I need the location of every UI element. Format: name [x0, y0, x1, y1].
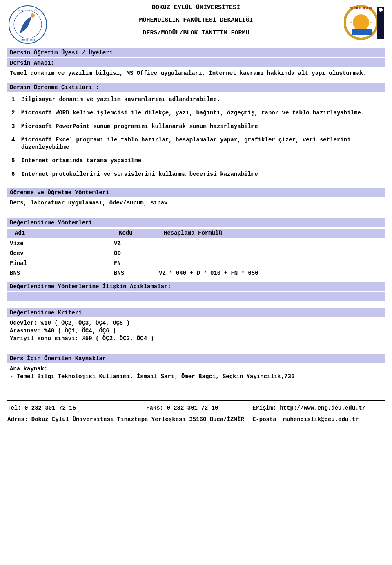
- criteria-text: Ödevler: %10 ( ÖÇ2, ÖÇ3, ÖÇ4, ÖÇ5 ) Aras…: [7, 318, 385, 348]
- spacer: [7, 213, 385, 218]
- outcomes-list: 1 Bilgisayar donanım ve yazılım kavramla…: [7, 93, 385, 188]
- header-title-3: DERS/MODÜL/BLOK TANITIM FORMU: [48, 29, 344, 36]
- header-row: DOKUZ EYLÜL İZMİR · 1982 DOKUZ EYLÜL ÜNİ…: [0, 0, 392, 45]
- deu-logo-icon: DOKUZ EYLÜL İZMİR · 1982: [7, 4, 48, 45]
- svg-point-2: [31, 13, 35, 18]
- eval-name: Vize: [10, 240, 114, 247]
- eval-row: Ödev OD: [10, 250, 382, 257]
- outcome-text: Internet ortamında tarama yapabilme: [21, 157, 382, 165]
- eval-formula: [159, 260, 382, 267]
- criteria-line: Arasınav: %40 ( ÖÇ1, ÖÇ4, ÖÇ6 ): [10, 327, 382, 335]
- svg-text:MÜHENDİSLİK: MÜHENDİSLİK: [350, 6, 372, 10]
- eval-code: BNS: [114, 270, 159, 276]
- outcome-row: 2 Microsoft WORD kelime işlemcisi ile di…: [10, 109, 382, 117]
- header-titles: DOKUZ EYLÜL ÜNİVERSİTESİ MÜHENDİSLİK FAK…: [48, 4, 344, 42]
- eval-notes-bar: Değerlendirme Yöntemlerine İlişkin Açıkl…: [7, 282, 385, 291]
- outcome-num: 3: [10, 123, 21, 130]
- eval-name: Ödev: [10, 250, 114, 257]
- resources-line: - Temel Bilgi Teknolojisi Kullanımı, İsm…: [10, 373, 382, 381]
- header-title-1: DOKUZ EYLÜL ÜNİVERSİTESİ: [48, 4, 344, 11]
- outcome-row: 6 Internet protokollerini ve servislerin…: [10, 170, 382, 178]
- svg-point-9: [379, 8, 383, 12]
- eval-formula: [159, 250, 382, 257]
- eval-header-name: Adı: [15, 230, 119, 236]
- outcome-row: 3 Microsoft PowerPoint sunum programını …: [10, 123, 382, 130]
- eval-code: VZ: [114, 240, 159, 247]
- spacer: [7, 348, 385, 354]
- criteria-line: Ödevler: %10 ( ÖÇ2, ÖÇ3, ÖÇ4, ÖÇ5 ): [10, 319, 382, 327]
- outcome-num: 6: [10, 170, 21, 178]
- footer-email: E-posta: muhendislik@deu.edu.tr: [252, 416, 385, 423]
- svg-text:DOKUZ EYLÜL: DOKUZ EYLÜL: [17, 9, 38, 12]
- header-title-2: MÜHENDİSLİK FAKÜLTESİ DEKANLIĞI: [48, 17, 344, 24]
- footer-web: Erişim: http://www.eng.deu.edu.tr: [252, 405, 385, 411]
- eval-header-code: Kodu: [119, 230, 164, 236]
- spacer: [7, 303, 385, 308]
- footer-row-1: Tel: 0 232 301 72 15 Faks: 0 232 301 72 …: [7, 405, 385, 411]
- instructor-bar: Dersin Öğretim Üyesi / Üyeleri: [7, 48, 385, 57]
- criteria-line: Yarıyıl sonu sınavı: %50 ( ÖÇ2, ÖÇ3, ÖÇ4…: [10, 335, 382, 343]
- footer-tel: Tel: 0 232 301 72 15: [7, 405, 146, 411]
- footer-address: Adres: Dokuz Eylül Üniversitesi Tınaztep…: [7, 416, 252, 423]
- eval-row: Final FN: [10, 260, 382, 267]
- aim-bar: Dersin Amacı:: [7, 58, 385, 67]
- faculty-logo-icon: MÜHENDİSLİK: [344, 4, 385, 45]
- eval-code: FN: [114, 260, 159, 267]
- outcomes-bar: Dersin Öğrenme Çıktıları :: [7, 83, 385, 92]
- footer-row-2: Adres: Dokuz Eylül Üniversitesi Tınaztep…: [7, 416, 385, 423]
- faculty-logo: MÜHENDİSLİK: [344, 4, 385, 45]
- deu-logo: DOKUZ EYLÜL İZMİR · 1982: [7, 4, 48, 45]
- eval-name: BNS: [10, 270, 114, 276]
- outcome-num: 1: [10, 96, 21, 103]
- eval-table: Vize VZ Ödev OD Final FN BNS BNS VZ * 04…: [7, 239, 385, 282]
- svg-point-6: [353, 14, 369, 31]
- svg-rect-7: [352, 29, 372, 35]
- outcome-text: Microsoft Excel programı ile tablo hazır…: [21, 136, 382, 152]
- eval-header-row: Adı Kodu Hesaplama Formülü: [7, 229, 385, 238]
- eval-bar: Değerlendirme Yöntemleri:: [7, 218, 385, 227]
- eval-formula: [159, 240, 382, 247]
- eval-row: BNS BNS VZ * 040 + D * 010 + FN * 050: [10, 270, 382, 276]
- resources-title: Ana kaynak:: [10, 365, 382, 373]
- outcome-num: 5: [10, 157, 21, 165]
- methods-bar: Öğrenme ve Öğretme Yöntemleri:: [7, 188, 385, 197]
- outcome-row: 5 Internet ortamında tarama yapabilme: [10, 157, 382, 165]
- outcome-text: Microsoft PowerPoint sunum programını ku…: [21, 123, 382, 130]
- criteria-bar: Değerlendirme Kriteri: [7, 308, 385, 317]
- outcome-row: 4 Microsoft Excel programı ile tablo haz…: [10, 136, 382, 152]
- footer: Tel: 0 232 301 72 15 Faks: 0 232 301 72 …: [7, 400, 385, 430]
- svg-text:İZMİR · 1982: İZMİR · 1982: [20, 39, 35, 41]
- eval-code: OD: [114, 250, 159, 257]
- content: Dersin Öğretim Üyesi / Üyeleri Dersin Am…: [0, 45, 392, 386]
- aim-text: Temel donanım ve yazılım bilgisi, MS Off…: [7, 69, 385, 83]
- outcome-num: 4: [10, 136, 21, 152]
- methods-text: Ders, laboratuar uygulaması, ödev/sunum,…: [7, 198, 385, 213]
- eval-row: Vize VZ: [10, 240, 382, 247]
- resources-bar: Ders İçin Önerilen Kaynaklar: [7, 354, 385, 363]
- outcome-text: Internet protokollerini ve servislerini …: [21, 170, 382, 178]
- eval-formula: VZ * 040 + D * 010 + FN * 050: [159, 270, 382, 276]
- eval-name: Final: [10, 260, 114, 267]
- outcome-text: Bilgisayar donanım ve yazılım kavramları…: [21, 96, 382, 103]
- resources-text: Ana kaynak: - Temel Bilgi Teknolojisi Ku…: [7, 364, 385, 386]
- outcome-num: 2: [10, 109, 21, 117]
- footer-fax: Faks: 0 232 301 72 10: [146, 405, 252, 411]
- eval-header-formula: Hesaplama Formülü: [164, 230, 382, 236]
- eval-notes-empty: [7, 292, 385, 301]
- outcome-text: Microsoft WORD kelime işlemcisi ile dile…: [21, 109, 382, 117]
- outcome-row: 1 Bilgisayar donanım ve yazılım kavramla…: [10, 96, 382, 103]
